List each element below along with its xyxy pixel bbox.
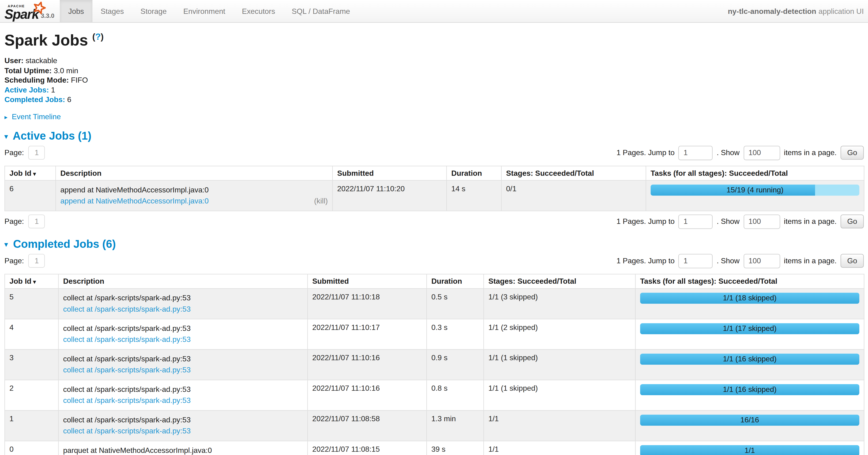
duration-cell: 0.5 s [427, 288, 484, 319]
question-mark-icon[interactable]: ? [95, 32, 100, 41]
submitted-cell: 2022/11/07 11:08:58 [308, 410, 427, 441]
column-header-submitted[interactable]: Submitted [308, 274, 427, 288]
duration-cell: 0.8 s [427, 380, 484, 410]
description-cell: collect at /spark-scripts/spark-ad.py:53… [58, 380, 308, 410]
tab-stages[interactable]: Stages [92, 0, 132, 22]
current-page-indicator: 1 [28, 146, 45, 160]
spark-ui-page: APACHE Spark 3.3.0 Jobs Stages Storage E… [0, 0, 868, 455]
tab-executors[interactable]: Executors [234, 0, 283, 22]
completed-jobs-table: Job Id▾ Description Submitted Duration S… [4, 274, 864, 455]
job-id-cell: 6 [5, 180, 56, 211]
summary-uptime: Total Uptime: 3.0 min [4, 66, 864, 75]
jump-to-page-input[interactable] [679, 254, 713, 268]
job-details-link[interactable]: collect at /spark-scripts/spark-ad.py:53 [63, 334, 191, 345]
tasks-progress-cell: 15/19 (4 running) [646, 180, 864, 211]
event-timeline-toggle[interactable]: ▸ Event Timeline [4, 112, 864, 120]
column-header-submitted[interactable]: Submitted [333, 166, 447, 180]
tasks-progress-cell: 1/1 (16 skipped) [636, 380, 864, 410]
job-id-cell: 5 [5, 288, 58, 319]
sort-desc-icon: ▾ [33, 279, 36, 285]
column-header-duration[interactable]: Duration [446, 166, 501, 180]
completed-jobs-heading[interactable]: ▾ Completed Jobs (6) [4, 237, 864, 250]
summary-completed-jobs: Completed Jobs: 6 [4, 95, 864, 105]
sort-desc-icon: ▾ [33, 170, 36, 176]
expanded-arrow-icon: ▾ [4, 132, 8, 140]
submitted-cell: 2022/11/07 11:10:20 [333, 180, 447, 211]
summary-active-jobs: Active Jobs: 1 [4, 85, 864, 95]
spark-star-icon [32, 0, 46, 16]
duration-cell: 0.3 s [427, 319, 484, 349]
tasks-progress-bar: 1/1 (17 skipped) [640, 323, 859, 334]
column-header-tasks[interactable]: Tasks (for all stages): Succeeded/Total [646, 166, 864, 180]
column-header-stages[interactable]: Stages: Succeeded/Total [501, 166, 646, 180]
tasks-progress-cell: 1/1 [636, 441, 864, 455]
tab-storage[interactable]: Storage [132, 0, 175, 22]
duration-cell: 1.3 min [427, 410, 484, 441]
job-details-link[interactable]: collect at /spark-scripts/spark-ad.py:53 [63, 304, 191, 314]
description-cell: collect at /spark-scripts/spark-ad.py:53… [58, 288, 308, 319]
column-header-tasks[interactable]: Tasks (for all stages): Succeeded/Total [636, 274, 864, 288]
help-link[interactable]: (?) [92, 32, 103, 41]
description-cell: parquet at NativeMethodAccessorImpl.java… [58, 441, 308, 455]
items-per-page-input[interactable] [744, 254, 780, 268]
tab-sql-dataframe[interactable]: SQL / DataFrame [283, 0, 359, 22]
tab-jobs[interactable]: Jobs [60, 0, 92, 22]
duration-cell: 39 s [427, 441, 484, 455]
job-details-link[interactable]: append at NativeMethodAccessorImpl.java:… [60, 196, 209, 206]
tasks-progress-bar: 16/16 [640, 415, 859, 425]
go-button[interactable]: Go [841, 215, 864, 228]
completed-jobs-link[interactable]: Completed Jobs: [4, 95, 65, 104]
items-per-page-input[interactable] [744, 145, 780, 160]
tasks-progress-cell: 1/1 (17 skipped) [636, 319, 864, 349]
job-id-cell: 3 [5, 349, 58, 380]
application-suffix: application UI [818, 7, 864, 15]
tab-environment[interactable]: Environment [175, 0, 234, 22]
active-jobs-pagination-bottom: Page: 1 1 Pages. Jump to . Show items in… [4, 214, 864, 229]
stages-cell: 1/1 (3 skipped) [484, 288, 635, 319]
submitted-cell: 2022/11/07 11:10:17 [308, 319, 427, 349]
tasks-progress-bar: 1/1 (18 skipped) [640, 292, 859, 304]
go-button[interactable]: Go [841, 146, 864, 160]
spark-logo[interactable]: APACHE Spark 3.3.0 [0, 0, 60, 22]
duration-cell: 0.9 s [427, 349, 484, 380]
expanded-arrow-icon: ▾ [4, 240, 8, 248]
active-jobs-heading[interactable]: ▾ Active Jobs (1) [4, 130, 864, 142]
job-details-link[interactable]: collect at /spark-scripts/spark-ad.py:53 [63, 425, 191, 436]
job-summary-list: User: stackable Total Uptime: 3.0 min Sc… [4, 56, 864, 105]
summary-scheduling-mode: Scheduling Mode: FIFO [4, 75, 864, 85]
tasks-progress-bar: 15/19 (4 running) [651, 184, 860, 195]
column-header-job-id[interactable]: Job Id▾ [5, 274, 58, 288]
current-page-indicator: 1 [28, 215, 45, 228]
items-per-page-input[interactable] [744, 214, 780, 229]
column-header-duration[interactable]: Duration [427, 274, 484, 288]
description-cell: collect at /spark-scripts/spark-ad.py:53… [58, 410, 308, 441]
stages-cell: 1/1 (1 skipped) [484, 380, 635, 410]
application-name: ny-tlc-anomaly-detection [728, 7, 816, 15]
go-button[interactable]: Go [841, 254, 864, 268]
table-row: 2 collect at /spark-scripts/spark-ad.py:… [5, 380, 864, 410]
tasks-progress-bar: 1/1 (16 skipped) [640, 353, 859, 364]
stages-cell: 1/1 (1 skipped) [484, 349, 635, 380]
job-details-link[interactable]: collect at /spark-scripts/spark-ad.py:53 [63, 395, 191, 406]
duration-cell: 14 s [446, 180, 501, 211]
job-id-cell: 1 [5, 410, 58, 441]
active-jobs-link[interactable]: Active Jobs: [4, 86, 49, 94]
submitted-cell: 2022/11/07 11:10:16 [308, 380, 427, 410]
table-row: 4 collect at /spark-scripts/spark-ad.py:… [5, 319, 864, 349]
jump-to-page-input[interactable] [679, 145, 713, 160]
jump-to-page-input[interactable] [679, 214, 713, 229]
job-details-link[interactable]: collect at /spark-scripts/spark-ad.py:53 [63, 364, 191, 375]
completed-jobs-pagination-top: Page: 1 1 Pages. Jump to . Show items in… [4, 254, 864, 268]
column-header-job-id[interactable]: Job Id▾ [5, 166, 56, 180]
column-header-description[interactable]: Description [58, 274, 308, 288]
table-row: 0 parquet at NativeMethodAccessorImpl.ja… [5, 441, 864, 455]
column-header-description[interactable]: Description [56, 166, 332, 180]
tasks-progress-bar: 1/1 (16 skipped) [640, 384, 859, 395]
description-cell: append at NativeMethodAccessorImpl.java:… [56, 180, 332, 211]
tasks-progress-cell: 16/16 [636, 410, 864, 441]
column-header-stages[interactable]: Stages: Succeeded/Total [484, 274, 635, 288]
table-row: 5 collect at /spark-scripts/spark-ad.py:… [5, 288, 864, 319]
table-row: 3 collect at /spark-scripts/spark-ad.py:… [5, 349, 864, 380]
kill-job-link[interactable]: (kill) [314, 196, 328, 206]
submitted-cell: 2022/11/07 11:10:16 [308, 349, 427, 380]
